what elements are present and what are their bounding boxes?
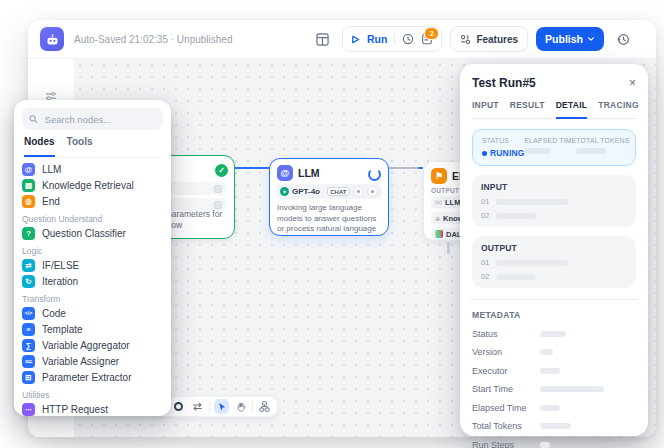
template-icon: ≡	[22, 323, 35, 336]
input-label: INPUT	[481, 182, 627, 192]
total-tokens-label: TOTAL TOKENS	[576, 137, 629, 144]
add-note-button[interactable]	[171, 399, 186, 414]
metadata-row-status: Status	[472, 329, 636, 339]
status-card: STATUS RUNING ELAPSED TIME TOTAL TOKENS	[472, 129, 636, 166]
export-button[interactable]	[190, 399, 205, 414]
output-label: OUTPUT	[481, 243, 627, 253]
search-nodes-input[interactable]	[43, 113, 156, 126]
palette-item-llm[interactable]: @ LLM	[14, 161, 171, 177]
llm-icon: @	[22, 163, 35, 176]
parameter-extractor-icon: ⊞	[22, 371, 35, 384]
palette-item-code[interactable]: </> Code	[14, 305, 171, 321]
palette-item-question-classifier[interactable]: ? Question Classifier	[14, 225, 171, 241]
palette-item-end[interactable]: ◎ End	[14, 193, 171, 209]
knowledge-icon: ⊕	[435, 215, 440, 222]
organize-blocks-button[interactable]	[257, 399, 272, 414]
autosave-status: Auto-Saved 21:02:35 · Unpublished	[74, 34, 232, 45]
knowledge-retrieval-icon: ▤	[22, 179, 35, 192]
value-skeleton	[540, 386, 604, 392]
metadata-row-version: Version	[472, 347, 636, 357]
history-run-button[interactable]	[402, 33, 414, 45]
clock-icon	[402, 33, 414, 45]
run-button[interactable]: Run	[367, 33, 387, 45]
palette-item-template[interactable]: ≡ Template	[14, 321, 171, 337]
palette-item-knowledge-retrieval[interactable]: ▤ Knowledge Retrieval	[14, 177, 171, 193]
divider	[252, 401, 253, 413]
test-run-panel: Test Run#5 × INPUT RESULT DETAIL TRACING…	[460, 64, 648, 436]
input-skeleton	[496, 213, 536, 219]
mic-icon	[353, 186, 364, 197]
features-button[interactable]: Features	[450, 26, 528, 52]
section-logic: Logic	[22, 246, 163, 256]
elapsed-skeleton	[525, 148, 551, 154]
palette-item-http-request[interactable]: ⋯ HTTP Request	[14, 401, 171, 416]
output-card: OUTPUT 01 02	[472, 236, 636, 288]
chat-mode-badge: CHAT	[327, 187, 350, 196]
value-skeleton	[540, 349, 553, 355]
panel-resize-handle[interactable]	[447, 242, 450, 254]
run-toolbar-group: Run 2	[342, 26, 442, 52]
hand-mode-button[interactable]	[233, 399, 248, 414]
status-value: RUNING	[490, 148, 525, 158]
llm-node-icon: @	[277, 165, 293, 181]
divider	[209, 401, 210, 413]
top-header: Auto-Saved 21:02:35 · Unpublished Run	[28, 20, 656, 59]
http-request-icon: ⋯	[22, 403, 35, 416]
palette-item-parameter-extractor[interactable]: ⊞ Parameter Extractor	[14, 369, 171, 385]
checklist-button[interactable]: 2	[421, 33, 433, 45]
tab-input[interactable]: INPUT	[472, 100, 499, 118]
palette-item-variable-aggregator[interactable]: ∑ Variable Aggregator	[14, 337, 171, 353]
llm-node-title: LLM	[298, 167, 320, 179]
metadata-row-start-time: Start Time	[472, 384, 636, 394]
app-icon[interactable]	[40, 27, 64, 51]
variable-aggregator-icon: ∑	[22, 339, 35, 352]
checklist-badge: 2	[424, 27, 439, 40]
run-panel-tabs: INPUT RESULT DETAIL TRACING	[472, 100, 636, 119]
value-skeleton	[540, 423, 571, 429]
publish-button[interactable]: Publish	[536, 27, 604, 51]
palette-tabs: Nodes Tools	[24, 136, 161, 158]
output-skeleton	[496, 260, 568, 266]
header-actions: Run 2	[312, 27, 634, 51]
tab-nodes[interactable]: Nodes	[24, 136, 55, 157]
search-icon	[29, 114, 38, 124]
model-provider-icon: ✦	[280, 187, 289, 196]
value-skeleton	[540, 442, 550, 448]
model-name: GPT-4o	[292, 187, 320, 196]
running-dot-icon	[482, 151, 487, 156]
palette-item-iteration[interactable]: ↻ Iteration	[14, 273, 171, 289]
field-icon	[214, 185, 222, 193]
node-palette: Nodes Tools @ LLM ▤ Knowledge Retrieval …	[14, 100, 171, 416]
robot-icon	[45, 32, 60, 47]
metadata-row-elapsed-time: Elapsed Time	[472, 403, 636, 413]
play-icon	[351, 35, 360, 44]
palette-item-variable-assigner[interactable]: ≔ Variable Assigner	[14, 353, 171, 369]
llm-node[interactable]: @ LLM ✦ GPT-4o CHAT Invoking large langu…	[269, 158, 389, 236]
elapsed-time-label: ELAPSED TIME	[525, 137, 577, 144]
tab-result[interactable]: RESULT	[510, 100, 545, 118]
llm-node-description: Invoking large language models to answer…	[277, 203, 383, 235]
value-skeleton	[540, 368, 560, 374]
pointer-mode-button[interactable]	[214, 399, 229, 414]
tab-detail[interactable]: DETAIL	[556, 100, 588, 119]
tab-tracing[interactable]: TRACING	[598, 100, 639, 118]
input-skeleton	[496, 199, 568, 205]
layout-grid-button[interactable]	[312, 28, 334, 50]
section-utilities: Utilities	[22, 390, 163, 400]
vision-icon	[367, 186, 378, 197]
circle-icon	[174, 402, 183, 411]
question-classifier-icon: ?	[22, 227, 35, 240]
model-chip[interactable]: ✦ GPT-4o CHAT	[276, 184, 382, 199]
tab-tools[interactable]: Tools	[67, 136, 93, 157]
publish-label: Publish	[545, 33, 583, 45]
section-transform: Transform	[22, 294, 163, 304]
version-history-button[interactable]	[612, 28, 634, 50]
output-skeleton	[496, 274, 536, 280]
running-spinner-icon	[368, 168, 381, 181]
search-box[interactable]	[22, 108, 163, 130]
close-icon[interactable]: ×	[629, 77, 636, 89]
palette-item-if-else[interactable]: ⇄ IF/ELSE	[14, 257, 171, 273]
metadata-title: METADATA	[472, 310, 636, 320]
hand-icon	[236, 402, 246, 412]
variable-assigner-icon: ≔	[22, 355, 35, 368]
